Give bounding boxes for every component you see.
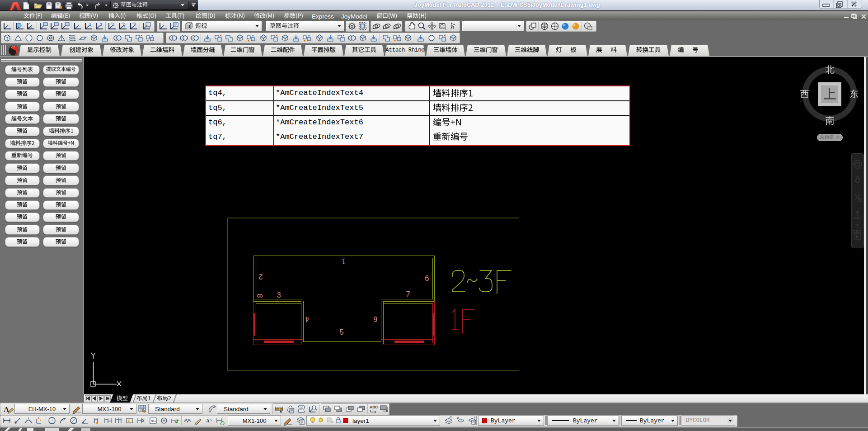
svg-text:x: x [38,416,39,419]
svg-text:3: 3 [277,291,281,299]
svg-text:6: 6 [373,315,377,323]
svg-text:9: 9 [425,274,429,282]
svg-text:4: 4 [305,315,309,323]
svg-text:5: 5 [339,328,343,336]
svg-text:8: 8 [256,294,264,298]
svg-text:1: 1 [128,419,130,422]
svg-text:A: A [206,418,210,423]
svg-text:⊕1: ⊕1 [151,419,156,423]
svg-text:2: 2 [258,273,263,281]
svg-text:ABC: ABC [370,405,378,409]
svg-text:7: 7 [406,290,410,298]
svg-text:1: 1 [341,257,345,265]
